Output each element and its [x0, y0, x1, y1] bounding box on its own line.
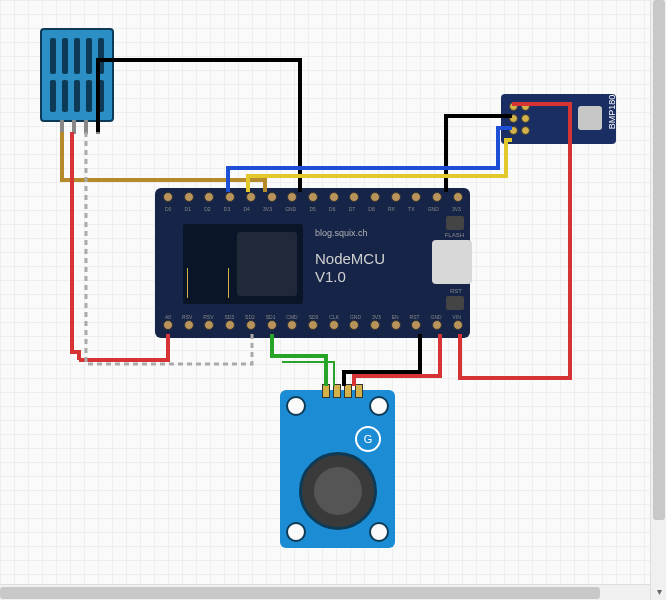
rst-button-label: RST	[450, 288, 462, 294]
wire-mq-gnd	[344, 334, 420, 386]
bmp-chip-icon	[578, 106, 602, 130]
bmp-pin-vin	[509, 102, 518, 111]
mq-sensor-cap-icon	[299, 452, 377, 530]
scroll-down-icon[interactable]: ▾	[651, 584, 666, 600]
board-name: NodeMCU	[315, 250, 385, 267]
wire-dht-data	[72, 132, 79, 360]
breadboard-canvas[interactable]: BMP180 D0D1D2D3D43V3GNDD5D6D7D8RXTXGND3V…	[0, 0, 666, 600]
bmp-pin-scl	[509, 126, 518, 135]
bmp-pin-sda	[521, 102, 530, 111]
usb-port-icon	[432, 240, 472, 284]
esp8266-chip	[183, 224, 303, 304]
dht11-pin-3	[84, 120, 88, 134]
wire-dht-gnd	[98, 60, 300, 192]
mq-pins	[322, 384, 363, 398]
board-url: blog.squix.ch	[315, 228, 368, 238]
flash-button-label: FLASH	[445, 232, 464, 238]
wire-mq-ao	[272, 334, 326, 386]
gravity-logo-icon: G	[355, 426, 381, 452]
scrollbar-vertical[interactable]: ▴ ▾	[650, 0, 666, 600]
bmp-label: BMP180	[608, 95, 618, 130]
scrollbar-thumb-h[interactable]	[0, 587, 600, 599]
dht11-pin-4	[96, 120, 100, 134]
rst-button[interactable]	[446, 296, 464, 310]
board-version: V1.0	[315, 268, 346, 285]
bmp-pin-gnd	[509, 114, 518, 123]
dht11-pin-1	[60, 120, 64, 134]
wire-bmp-scl	[228, 128, 512, 192]
wire-bmp-sda	[248, 140, 512, 192]
scrollbar-thumb-v[interactable]	[653, 0, 665, 520]
nodemcu-pin-labels-bottom: A0RSVRSVSD3SD2SD1CMDSD0CLKGND3V3ENRSTGND…	[165, 314, 461, 320]
nodemcu-pins-bottom	[163, 320, 463, 334]
dht11-pin-2	[72, 120, 76, 134]
nodemcu-pin-labels-top: D0D1D2D3D43V3GNDD5D6D7D8RXTXGND3V3	[165, 206, 461, 212]
scrollbar-horizontal[interactable]	[0, 584, 650, 600]
nodemcu-board[interactable]: D0D1D2D3D43V3GNDD5D6D7D8RXTXGND3V3 A0RSV…	[155, 188, 470, 338]
wire-bmp-vcc	[460, 104, 570, 378]
nodemcu-pins-top	[163, 192, 463, 206]
wire-mq-vcc	[354, 334, 440, 386]
mq-gas-sensor[interactable]: G	[280, 390, 395, 548]
flash-button[interactable]	[446, 216, 464, 230]
bmp180-sensor[interactable]: BMP180	[501, 94, 616, 144]
antenna-icon	[187, 268, 229, 298]
wire-dht-vcc	[62, 132, 265, 192]
dht11-sensor[interactable]	[40, 28, 114, 122]
